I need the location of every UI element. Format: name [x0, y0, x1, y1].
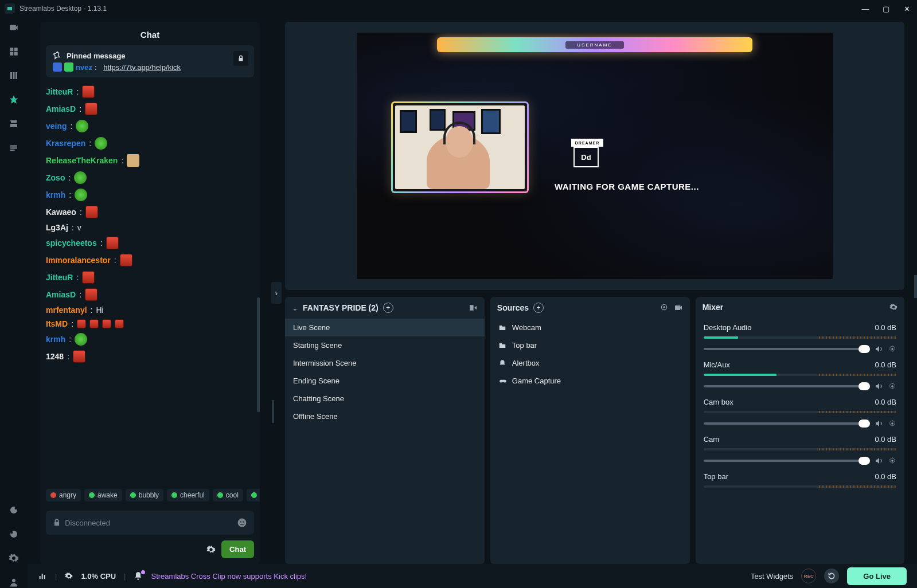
emoji-button[interactable]	[237, 518, 247, 528]
scene-item[interactable]: Intermission Scene	[285, 354, 485, 372]
chat-message[interactable]: Krasrepen:	[46, 135, 254, 152]
mute-button[interactable]	[875, 419, 884, 428]
chat-username[interactable]: Kawaeo	[46, 207, 76, 217]
mixer-settings-button[interactable]	[889, 303, 898, 311]
chat-username[interactable]: Immoralancestor	[46, 256, 111, 265]
chat-username[interactable]: ReleaseTheKraken	[46, 156, 118, 165]
store-icon[interactable]	[8, 118, 19, 130]
source-toggle-icon[interactable]	[660, 303, 668, 312]
stats-button[interactable]	[38, 571, 47, 581]
chat-username[interactable]: 1248	[46, 352, 64, 361]
emote-tag[interactable]: cheerful	[167, 489, 209, 501]
chevron-down-icon[interactable]: ⌄	[292, 304, 298, 312]
chat-username[interactable]: Zoso	[46, 173, 65, 182]
preview-area[interactable]: USERNAME DREAME	[285, 22, 904, 290]
emote-tag[interactable]: cool	[213, 489, 243, 501]
chat-settings-button[interactable]	[206, 545, 216, 554]
ultra-icon[interactable]	[8, 94, 19, 105]
emote-tag[interactable]: angry	[46, 489, 81, 501]
chat-message[interactable]: mrfentanyl: Hi	[46, 303, 254, 317]
chat-username[interactable]: Krasrepen	[46, 139, 85, 148]
layouts-icon[interactable]	[8, 46, 19, 57]
profile-icon[interactable]	[8, 577, 19, 588]
source-item[interactable]: Alertbox	[490, 354, 690, 372]
multistream-icon[interactable]	[8, 70, 19, 81]
scene-item[interactable]: Ending Scene	[285, 372, 485, 390]
volume-slider[interactable]	[704, 460, 870, 462]
chat-message[interactable]: krmh:	[46, 186, 254, 203]
mixer-gear-button[interactable]	[888, 420, 896, 428]
panel-resize-handle[interactable]	[272, 400, 274, 423]
chat-username[interactable]: veing	[46, 121, 67, 131]
chat-username[interactable]: mrfentanyl	[46, 305, 87, 315]
settings-icon[interactable]	[8, 552, 19, 564]
notifications-button[interactable]	[134, 571, 143, 581]
add-scene-button[interactable]: +	[383, 303, 393, 313]
mixer-gear-button[interactable]	[888, 457, 896, 465]
mute-button[interactable]	[875, 382, 884, 391]
scene-item[interactable]: Starting Scene	[285, 336, 485, 354]
chat-message[interactable]: JitteuR:	[46, 269, 254, 286]
chat-message[interactable]: veing:	[46, 117, 254, 135]
highlighter-icon[interactable]	[8, 142, 19, 154]
chat-username[interactable]: JitteuR	[46, 273, 73, 282]
chat-message[interactable]: Immoralancestor:	[46, 252, 254, 269]
replay-button[interactable]	[824, 569, 839, 583]
chat-username[interactable]: krmh	[46, 190, 65, 199]
chat-username[interactable]: krmh	[46, 335, 65, 344]
mixer-gear-button[interactable]	[888, 382, 896, 390]
chat-message[interactable]: AmiasD:	[46, 286, 254, 303]
source-camera-icon[interactable]	[674, 303, 683, 312]
promo-text[interactable]: Streamlabs Cross Clip now supports Kick …	[151, 572, 307, 581]
close-button[interactable]: ✕	[901, 5, 912, 13]
go-live-button[interactable]: Go Live	[847, 567, 907, 585]
chat-username[interactable]: AmiasD	[46, 104, 76, 113]
pinned-link[interactable]: https://7tv.app/help/kick	[103, 63, 181, 72]
emote-tag[interactable]: bubbly	[126, 489, 163, 501]
scene-item[interactable]: Live Scene	[285, 319, 485, 336]
chat-scrollbar[interactable]	[257, 297, 260, 412]
collapse-chat-button[interactable]: ›	[271, 282, 282, 304]
notifications-icon[interactable]	[8, 528, 19, 540]
chat-username[interactable]: spicycheetos	[46, 238, 97, 248]
scene-item[interactable]: Offline Scene	[285, 407, 485, 425]
record-button[interactable]: REC	[801, 569, 816, 583]
lock-button[interactable]	[233, 51, 248, 66]
chat-message[interactable]: krmh:	[46, 331, 254, 348]
chat-message[interactable]: ReleaseTheKraken:	[46, 152, 254, 169]
chat-username[interactable]: AmiasD	[46, 290, 76, 299]
emote-tag[interactable]: cr	[247, 489, 260, 501]
chat-message[interactable]: ItsMD:	[46, 317, 254, 331]
chat-message[interactable]: JitteuR:	[46, 83, 254, 100]
chat-send-button[interactable]: Chat	[221, 540, 254, 558]
chat-message[interactable]: Lg3Aj: v	[46, 221, 254, 234]
volume-slider[interactable]	[704, 385, 870, 387]
chat-message[interactable]: spicycheetos:	[46, 234, 254, 252]
help-icon[interactable]	[8, 504, 19, 516]
studio-icon[interactable]	[8, 22, 19, 33]
source-item[interactable]: Top bar	[490, 336, 690, 354]
test-widgets-button[interactable]: Test Widgets	[751, 572, 793, 581]
mute-button[interactable]	[875, 344, 884, 354]
chat-message[interactable]: 1248:	[46, 348, 254, 365]
pinned-message[interactable]: Pinned message nvez: https://7tv.app/hel…	[46, 45, 254, 77]
source-item[interactable]: Webcam	[490, 319, 690, 336]
right-scrollbar[interactable]	[914, 275, 917, 298]
source-item[interactable]: Game Capture	[490, 372, 690, 390]
studio-mode-icon[interactable]	[469, 303, 478, 312]
chat-message[interactable]: Kawaeo:	[46, 203, 254, 221]
chat-message[interactable]: Zoso:	[46, 169, 254, 186]
chat-message[interactable]: AmiasD:	[46, 100, 254, 117]
mixer-gear-button[interactable]	[888, 345, 896, 353]
chat-input[interactable]: Disconnected	[46, 511, 254, 535]
volume-slider[interactable]	[704, 422, 870, 425]
add-source-button[interactable]: +	[533, 303, 544, 313]
minimize-button[interactable]: —	[860, 5, 871, 13]
maximize-button[interactable]: ▢	[880, 5, 892, 13]
scene-item[interactable]: Chatting Scene	[285, 390, 485, 407]
volume-slider[interactable]	[704, 348, 870, 350]
chat-username[interactable]: Lg3Aj	[46, 223, 68, 232]
mute-button[interactable]	[875, 456, 884, 465]
chat-username[interactable]: ItsMD	[46, 319, 68, 328]
chat-username[interactable]: JitteuR	[46, 87, 73, 96]
